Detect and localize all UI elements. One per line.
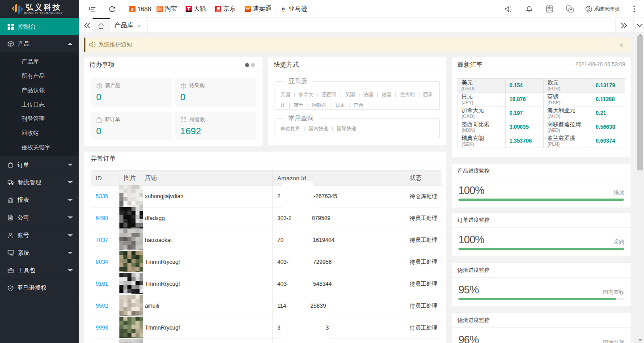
svg-text:a: a <box>131 6 134 12</box>
svg-text:JD.COM: JD.COM <box>216 10 221 12</box>
svg-text:淘: 淘 <box>158 7 161 11</box>
svg-text:a: a <box>282 6 285 11</box>
